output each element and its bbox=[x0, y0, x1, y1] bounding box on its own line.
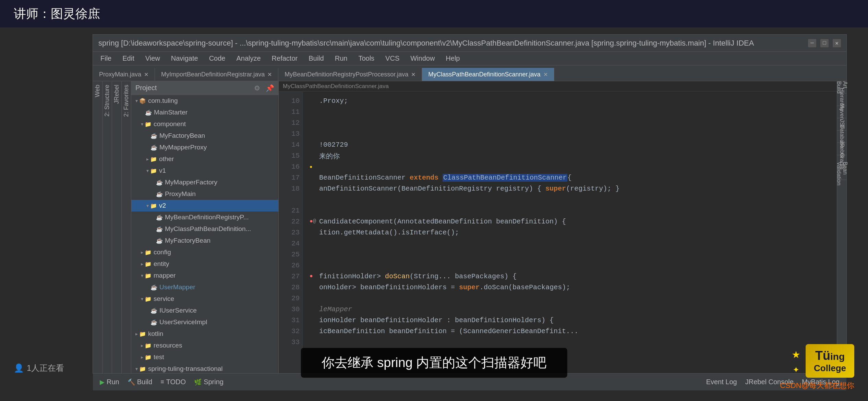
jrebel-panel-label[interactable]: JRebel bbox=[112, 81, 122, 107]
todo-button[interactable]: ≡ TODO bbox=[160, 378, 186, 386]
java-file-icon: ☕ bbox=[156, 238, 163, 244]
java-file-icon: ☕ bbox=[156, 226, 163, 232]
menu-build[interactable]: Build bbox=[304, 53, 328, 64]
code-line-26 bbox=[310, 249, 830, 260]
tab-myimport[interactable]: MyImportBeanDefinitionRegistrar.java ✕ bbox=[155, 68, 278, 81]
folder-icon: 📁 bbox=[145, 354, 152, 361]
tree-item-myfactorybean[interactable]: ☕ MyFactoryBean bbox=[131, 130, 278, 142]
tree-item-mymapperfactory[interactable]: ☕ MyMapperFactory bbox=[131, 177, 278, 188]
window-controls: ─ □ ✕ bbox=[808, 39, 841, 47]
tab-myclasspath[interactable]: MyClassPathBeanDefinitionScanner.java ✕ bbox=[422, 68, 554, 81]
tree-item-v1[interactable]: ▾ 📁 v1 bbox=[131, 165, 278, 177]
run-label: Run bbox=[107, 378, 119, 386]
bean-validation-button[interactable]: Bean Validation bbox=[837, 168, 846, 180]
tree-item-v2[interactable]: ▾ 📁 v2 bbox=[131, 200, 278, 211]
main-content: Web 2: Structure JRebel 2: Favorites Pro… bbox=[93, 81, 846, 373]
project-pin-icon[interactable]: 📌 bbox=[266, 84, 274, 92]
menu-view[interactable]: View bbox=[141, 53, 165, 64]
menu-analyze[interactable]: Analyze bbox=[231, 53, 265, 64]
star-decoration: ★ ✦ bbox=[792, 345, 800, 376]
tree-item-mapper[interactable]: ▾ 📁 mapper bbox=[131, 270, 278, 281]
tree-item-kotlin[interactable]: ▸ 📁 kotlin bbox=[131, 328, 278, 340]
build-icon: 🔨 bbox=[128, 378, 135, 386]
menu-navigate[interactable]: Navigate bbox=[166, 53, 203, 64]
tree-item-service[interactable]: ▾ 📁 service bbox=[131, 293, 278, 305]
menu-window[interactable]: Window bbox=[406, 53, 439, 64]
tab-mybean[interactable]: MyBeanDefinitionRegistryPostProcessor.ja… bbox=[278, 68, 422, 81]
code-line-24: ition.getMetadata().isInterface(); bbox=[310, 227, 830, 238]
interface-icon: ☕ bbox=[150, 284, 157, 291]
folder-icon: 📁 bbox=[145, 342, 152, 349]
tree-item-mainstarter[interactable]: ☕ MainStarter bbox=[131, 107, 278, 118]
tree-item-userserviceimpl[interactable]: ☕ UserServiceImpl bbox=[131, 316, 278, 328]
menu-tools[interactable]: Tools bbox=[353, 53, 379, 64]
tuling-logo-text: Tüing bbox=[815, 348, 845, 363]
minimize-button[interactable]: ─ bbox=[808, 39, 816, 47]
code-editor: MyClassPathBeanDefinitionScanner.java 10… bbox=[279, 81, 837, 373]
tree-item-mymapperproxy[interactable]: ☕ MyMapperProxy bbox=[131, 142, 278, 153]
web-panel-label[interactable]: Web bbox=[93, 81, 103, 101]
tree-item-test[interactable]: ▸ 📁 test bbox=[131, 351, 278, 363]
tab-myclasspath-close[interactable]: ✕ bbox=[543, 71, 548, 78]
java-file-icon: ☕ bbox=[150, 307, 157, 314]
code-line-29: onHolder> beanDefinitionHolders = super.… bbox=[310, 282, 830, 293]
tab-proxymain-close[interactable]: ✕ bbox=[144, 71, 148, 78]
csdn-text: CSDN@每天都在想你 bbox=[780, 381, 854, 390]
folder-icon: 📁 bbox=[145, 272, 152, 279]
java-file-icon: ☕ bbox=[156, 214, 163, 221]
close-button[interactable]: ✕ bbox=[833, 39, 841, 47]
code-line-16: ● bbox=[310, 161, 830, 172]
code-line-11 bbox=[310, 107, 830, 118]
tree-item-myclasspath[interactable]: ☕ MyClassPathBeanDefinition... bbox=[131, 223, 278, 235]
build-button[interactable]: 🔨 Build bbox=[128, 378, 152, 386]
tree-item-mybeandefregistry[interactable]: ☕ MyBeanDefinitionRegistryP... bbox=[131, 211, 278, 223]
tree-item-entity[interactable]: ▸ 📁 entity bbox=[131, 258, 278, 270]
tab-proxymain[interactable]: ProxyMain.java ✕ bbox=[93, 68, 155, 81]
tab-myimport-close[interactable]: ✕ bbox=[267, 71, 272, 78]
tree-item-resources[interactable]: ▸ 📁 resources bbox=[131, 340, 278, 351]
event-log-button[interactable]: Event Log bbox=[706, 378, 737, 386]
yellow-marker-icon: ● bbox=[310, 163, 312, 171]
run-button[interactable]: ▶ Run bbox=[100, 378, 119, 386]
tree-item-spring-tuling-transactional[interactable]: ▾ 📁 spring-tuling-transactional bbox=[131, 363, 278, 373]
menu-vcs[interactable]: VCS bbox=[381, 53, 404, 64]
tree-item-config[interactable]: ▸ 📁 config bbox=[131, 246, 278, 258]
favorites-panel-label[interactable]: 2: Favorites bbox=[121, 81, 131, 120]
tree-item-component[interactable]: ▾ 📁 component bbox=[131, 118, 278, 130]
tree-item-usermapper[interactable]: ☕ UserMapper bbox=[131, 281, 278, 293]
tree-item-myfactorybean2[interactable]: ☕ MyFactoryBean bbox=[131, 235, 278, 246]
folder-icon: 📁 bbox=[139, 331, 146, 337]
project-label: Project bbox=[135, 84, 157, 92]
structure-panel-label[interactable]: 2: Structure bbox=[102, 81, 112, 120]
maximize-button[interactable]: □ bbox=[820, 39, 829, 47]
tree-item-com-tuling[interactable]: ▾ 📦 com.tuling bbox=[131, 95, 278, 107]
menu-refactor[interactable]: Refactor bbox=[267, 53, 303, 64]
tab-mybean-label: MyBeanDefinitionRegistryPostProcessor.ja… bbox=[285, 71, 408, 78]
menu-file[interactable]: File bbox=[96, 53, 116, 64]
folder-icon: 📦 bbox=[139, 98, 146, 104]
code-content[interactable]: .Proxy; bbox=[303, 92, 837, 373]
tree-item-other[interactable]: ▸ 📁 other bbox=[131, 153, 278, 165]
menu-edit[interactable]: Edit bbox=[118, 53, 139, 64]
java-file-icon: ☕ bbox=[150, 319, 157, 326]
folder-icon: 📁 bbox=[139, 366, 146, 372]
tree-item-proxymain[interactable]: ☕ ProxyMain bbox=[131, 188, 278, 200]
java-file-icon: ☕ bbox=[156, 179, 163, 186]
code-line-27 bbox=[310, 260, 830, 271]
tab-mybean-close[interactable]: ✕ bbox=[411, 71, 415, 78]
menu-code[interactable]: Code bbox=[204, 53, 230, 64]
spring-button[interactable]: 🌿 Spring bbox=[194, 378, 224, 386]
menu-run[interactable]: Run bbox=[330, 53, 352, 64]
project-tree-header: Project ⚙ 📌 bbox=[131, 81, 278, 95]
folder-icon: 📁 bbox=[145, 261, 152, 267]
folder-icon: 📁 bbox=[145, 121, 152, 127]
tree-item-iuserservice[interactable]: ☕ IUserService bbox=[131, 305, 278, 316]
code-line-13 bbox=[310, 129, 830, 139]
logo-area: ★ ✦ Tüing College CSDN@每天都在想你 bbox=[780, 344, 854, 391]
menu-help[interactable]: Help bbox=[441, 53, 465, 64]
code-line-33: icBeanDefinition beanDefinition = (Scann… bbox=[310, 326, 830, 337]
code-line-23: ● @ CandidateComponent(AnnotatedBeanDefi… bbox=[310, 216, 830, 227]
project-gear-icon[interactable]: ⚙ bbox=[254, 84, 260, 92]
tab-myimport-label: MyImportBeanDefinitionRegistrar.java bbox=[161, 71, 265, 78]
build-label: Build bbox=[137, 378, 152, 386]
